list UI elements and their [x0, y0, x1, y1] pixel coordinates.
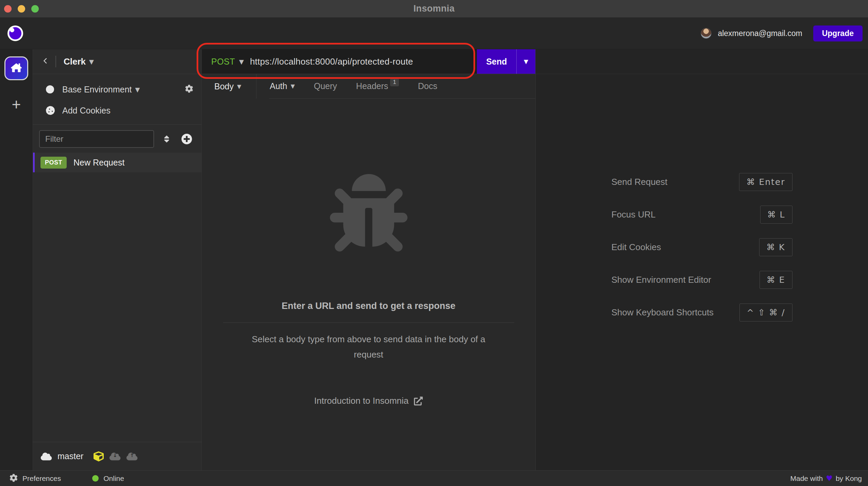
- empty-state-title: Enter a URL and send to get a response: [282, 301, 455, 311]
- url-bar[interactable]: POST ▼ https://localhost:8000/api/protec…: [202, 49, 477, 74]
- back-chevron-icon[interactable]: [42, 57, 49, 66]
- shortcut-keys: ^ ⇧ ⌘ /: [739, 303, 792, 322]
- keyboard-shortcuts-list: Send Request ⌘ Enter Focus URL ⌘ L Edit …: [612, 172, 792, 322]
- environment-settings-gear-icon[interactable]: [185, 85, 193, 94]
- environment-color-icon: [46, 85, 54, 93]
- add-request-icon[interactable]: [181, 134, 192, 144]
- chevron-down-icon: ▼: [135, 86, 140, 93]
- branch-name[interactable]: master: [57, 451, 83, 461]
- home-icon: [11, 62, 22, 74]
- shortcut-row: Edit Cookies ⌘ K: [612, 238, 792, 257]
- online-status[interactable]: Online: [92, 474, 124, 483]
- close-window-button[interactable]: [4, 5, 12, 13]
- cloud-pull-icon[interactable]: ↓: [109, 452, 121, 461]
- cloud-push-icon[interactable]: ↑: [126, 452, 138, 461]
- sort-icon[interactable]: [163, 135, 170, 143]
- tab-headers[interactable]: Headers 1: [355, 74, 400, 99]
- add-cookies-button[interactable]: Add Cookies: [33, 100, 201, 121]
- request-list-item[interactable]: POST New Request: [33, 153, 201, 172]
- external-link-icon: [414, 397, 423, 405]
- online-status-icon: [92, 475, 99, 482]
- send-options-button[interactable]: ▼: [516, 49, 535, 74]
- sync-bar: master ↓ ↑: [33, 442, 201, 470]
- insomnia-window: Insomnia alexmerona@gmail.com Upgrade +: [0, 0, 868, 486]
- tab-body[interactable]: Body ▼: [202, 74, 256, 99]
- chevron-down-icon[interactable]: ▼: [89, 58, 94, 65]
- shortcut-keys: ⌘ Enter: [739, 173, 792, 191]
- divider: [55, 56, 56, 67]
- titlebar: Insomnia: [0, 0, 868, 18]
- workspace-rail: +: [0, 49, 33, 470]
- window-title: Insomnia: [414, 3, 455, 14]
- upgrade-button[interactable]: Upgrade: [813, 25, 863, 41]
- sidebar-header: Clerk ▼: [33, 49, 201, 74]
- shortcut-keys: ⌘ L: [760, 206, 792, 224]
- method-badge: POST: [40, 157, 67, 169]
- shortcut-row: Focus URL ⌘ L: [612, 205, 792, 224]
- shortcut-row: Show Environment Editor ⌘ E: [612, 270, 792, 289]
- gear-icon: [10, 474, 18, 483]
- sidebar: Clerk ▼ Base Environment ▼ Add Cookies: [33, 49, 202, 470]
- heart-icon: ♥: [826, 474, 833, 483]
- send-button[interactable]: Send: [477, 49, 516, 74]
- zoom-window-button[interactable]: [31, 5, 39, 13]
- empty-state-description: Select a body type from above to send da…: [243, 332, 495, 362]
- arrow-up-icon: ↑: [130, 452, 134, 458]
- chevron-down-icon: ▼: [290, 83, 295, 89]
- tab-auth[interactable]: Auth ▼: [269, 74, 296, 99]
- chevron-down-icon: ▼: [237, 83, 241, 90]
- body-empty-state: Enter a URL and send to get a response S…: [202, 99, 535, 470]
- chevron-down-icon: ▼: [524, 58, 528, 65]
- chevron-down-icon[interactable]: ▼: [239, 58, 244, 65]
- request-pane: POST ▼ https://localhost:8000/api/protec…: [202, 49, 536, 470]
- tab-docs[interactable]: Docs: [417, 74, 438, 99]
- cookie-icon: [46, 106, 62, 115]
- request-tabs: Body ▼ Auth ▼ Query Headers 1 D: [202, 74, 535, 99]
- insomnia-logo-icon: [7, 25, 23, 41]
- response-pane-header: [536, 49, 868, 74]
- account-email[interactable]: alexmerona@gmail.com: [718, 29, 802, 38]
- url-input[interactable]: https://localhost:8000/api/protected-rou…: [250, 56, 413, 67]
- sync-cube-icon[interactable]: [94, 451, 104, 462]
- user-avatar[interactable]: [701, 28, 712, 39]
- minimize-window-button[interactable]: [18, 5, 25, 13]
- environment-selector[interactable]: Base Environment ▼: [33, 79, 201, 100]
- tab-query[interactable]: Query: [313, 74, 338, 99]
- home-button[interactable]: [4, 56, 28, 80]
- method-dropdown[interactable]: POST: [211, 57, 235, 67]
- status-bar: Preferences Online Made with ♥ by Kong: [0, 470, 868, 486]
- shortcut-keys: ⌘ K: [759, 238, 792, 256]
- preferences-button[interactable]: Preferences: [10, 474, 61, 483]
- workspace-dropdown[interactable]: Clerk: [64, 56, 86, 67]
- made-with-kong: Made with ♥ by Kong: [790, 474, 862, 483]
- add-workspace-button[interactable]: +: [12, 97, 21, 112]
- response-pane: Send Request ⌘ Enter Focus URL ⌘ L Edit …: [536, 49, 868, 470]
- filter-row: [33, 130, 201, 148]
- headers-count-badge: 1: [390, 78, 399, 86]
- url-row: POST ▼ https://localhost:8000/api/protec…: [202, 49, 535, 74]
- shortcut-row: Show Keyboard Shortcuts ^ ⇧ ⌘ /: [612, 303, 792, 322]
- arrow-down-icon: ↓: [113, 452, 117, 458]
- bug-icon: [330, 171, 407, 255]
- cloud-icon: [40, 452, 52, 461]
- divider: [223, 323, 514, 323]
- filter-input[interactable]: [39, 130, 154, 148]
- introduction-link[interactable]: Introduction to Insomnia: [314, 396, 423, 406]
- app-header: alexmerona@gmail.com Upgrade: [0, 18, 868, 49]
- shortcut-keys: ⌘ E: [760, 271, 792, 289]
- shortcut-row: Send Request ⌘ Enter: [612, 172, 792, 191]
